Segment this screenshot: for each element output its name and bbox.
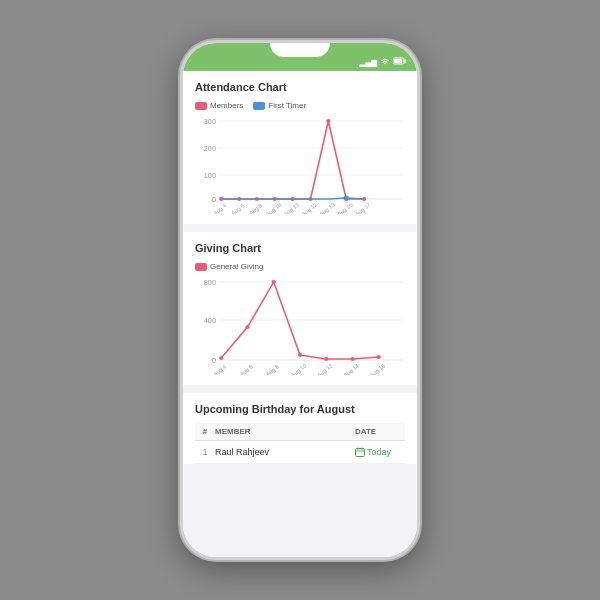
legend-giving-color [195,263,207,271]
svg-text:0: 0 [212,196,216,204]
svg-text:Aug 14: Aug 14 [342,363,360,375]
svg-text:300: 300 [204,118,216,126]
svg-point-38 [272,280,276,284]
row-date-text: Today [367,447,391,457]
birthday-table-row: 1 Raul Rahjeev Today [195,441,405,464]
birthday-section-title: Upcoming Birthday for August [195,403,405,415]
table-header-date: DATE [355,427,405,436]
legend-general-giving: General Giving [195,262,263,271]
legend-first-timer: First Timer [253,101,306,110]
giving-legend: General Giving [195,262,405,271]
giving-chart-svg: 800 400 0 [195,275,405,375]
svg-text:400: 400 [204,317,216,325]
svg-text:Aug 4: Aug 4 [212,364,227,375]
status-bar: ▂▄▆ [183,43,417,71]
row-date: Today [355,447,405,457]
svg-text:800: 800 [204,279,216,287]
birthday-table-header: # MEMBER DATE [195,423,405,441]
svg-point-20 [344,196,349,201]
phone-frame: ▂▄▆ [180,40,420,560]
svg-text:200: 200 [204,145,216,153]
wifi-icon [380,57,390,67]
svg-rect-50 [356,449,365,457]
svg-rect-2 [405,60,407,63]
svg-text:Aug 8: Aug 8 [265,364,280,375]
svg-text:Aug 15: Aug 15 [336,202,354,214]
legend-first-timer-label: First Timer [268,101,306,110]
legend-members-label: Members [210,101,243,110]
attendance-legend: Members First Timer [195,101,405,110]
svg-text:Aug 11: Aug 11 [282,202,300,214]
phone-screen: ▂▄▆ [183,43,417,557]
attendance-chart-svg: 300 200 100 0 [195,114,405,214]
svg-text:Aug 16: Aug 16 [368,363,386,375]
svg-text:Aug 10: Aug 10 [290,363,308,375]
battery-icon [393,57,407,67]
svg-point-40 [324,357,328,361]
svg-text:Aug 10: Aug 10 [265,202,283,214]
svg-text:Aug 17: Aug 17 [354,202,372,214]
svg-text:Aug 12: Aug 12 [316,363,334,375]
svg-point-42 [377,355,381,359]
attendance-chart-card: Attendance Chart Members First Timer 300 [183,71,417,224]
legend-members: Members [195,101,243,110]
row-num: 1 [195,447,215,457]
legend-first-timer-color [253,102,265,110]
row-member: Raul Rahjeev [215,447,355,457]
attendance-chart-title: Attendance Chart [195,81,405,93]
svg-point-36 [219,356,223,360]
svg-rect-1 [394,59,402,63]
legend-giving-label: General Giving [210,262,263,271]
svg-point-41 [350,357,354,361]
status-icons: ▂▄▆ [359,57,407,67]
svg-text:Aug 6: Aug 6 [230,203,245,214]
svg-point-37 [245,325,249,329]
calendar-icon [355,447,365,457]
svg-text:100: 100 [204,172,216,180]
giving-chart-title: Giving Chart [195,242,405,254]
svg-text:Aug 4: Aug 4 [212,203,227,214]
table-header-member: MEMBER [215,427,355,436]
giving-chart-card: Giving Chart General Giving 800 400 0 [183,232,417,385]
svg-text:0: 0 [212,357,216,365]
table-header-num: # [195,427,215,436]
svg-text:Aug 13: Aug 13 [318,202,336,214]
svg-text:Aug 12: Aug 12 [300,202,318,214]
svg-text:Aug 8: Aug 8 [248,203,263,214]
svg-point-39 [298,353,302,357]
svg-text:Aug 6: Aug 6 [238,364,253,375]
scroll-content[interactable]: Attendance Chart Members First Timer 300 [183,71,417,557]
birthday-section: Upcoming Birthday for August # MEMBER DA… [183,393,417,464]
signal-icon: ▂▄▆ [359,58,377,67]
svg-point-17 [326,119,330,123]
legend-members-color [195,102,207,110]
notch [270,43,330,57]
